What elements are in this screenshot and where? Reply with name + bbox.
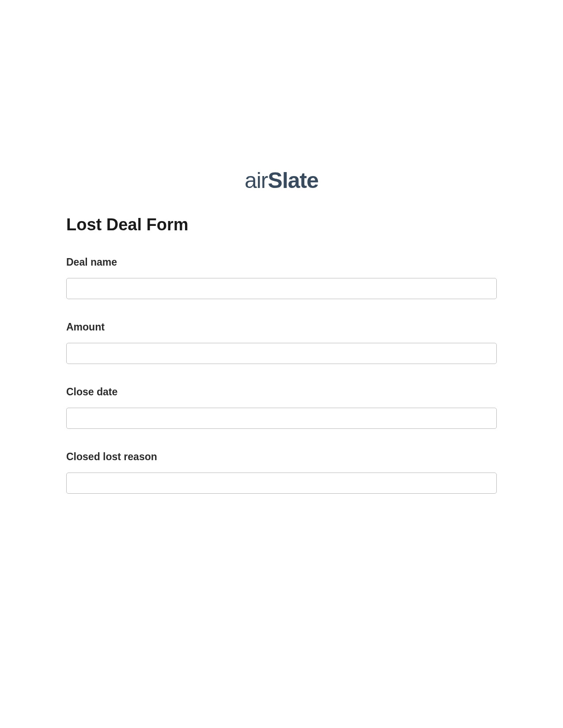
page-container: airSlate Lost Deal Form Deal name Amount… xyxy=(0,0,563,494)
logo-part-slate: Slate xyxy=(268,168,319,193)
logo-part-air: air xyxy=(245,168,268,193)
airslate-logo: airSlate xyxy=(245,168,318,193)
closed-lost-reason-input[interactable] xyxy=(66,473,497,494)
form-field-amount: Amount xyxy=(66,321,497,364)
deal-name-label: Deal name xyxy=(66,256,497,268)
amount-label: Amount xyxy=(66,321,497,333)
close-date-label: Close date xyxy=(66,386,497,398)
form-field-close-date: Close date xyxy=(66,386,497,429)
form-field-closed-lost-reason: Closed lost reason xyxy=(66,451,497,494)
close-date-input[interactable] xyxy=(66,408,497,429)
amount-input[interactable] xyxy=(66,343,497,364)
form-title: Lost Deal Form xyxy=(66,215,497,234)
closed-lost-reason-label: Closed lost reason xyxy=(66,451,497,463)
deal-name-input[interactable] xyxy=(66,278,497,299)
logo-area: airSlate xyxy=(66,0,497,215)
form-field-deal-name: Deal name xyxy=(66,256,497,299)
